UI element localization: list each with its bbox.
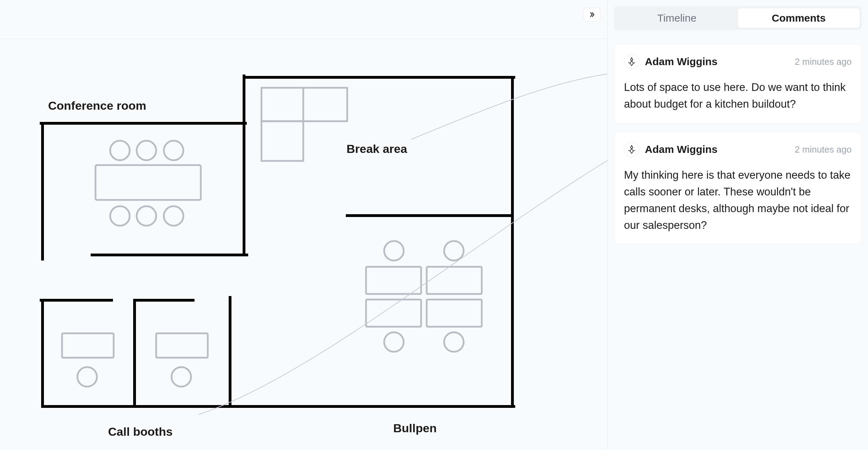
svg-point-35 — [444, 332, 464, 352]
svg-point-34 — [384, 332, 404, 352]
svg-point-20 — [164, 206, 183, 226]
label-conference-room: Conference room — [48, 99, 146, 113]
svg-rect-30 — [366, 267, 421, 294]
comment-card[interactable]: Adam Wiggins 2 minutes ago My thinking h… — [614, 132, 862, 245]
label-bullpen: Bullpen — [393, 421, 437, 435]
comment-time: 2 minutes ago — [795, 56, 852, 67]
comment-card[interactable]: Adam Wiggins 2 minutes ago Lots of space… — [614, 44, 862, 123]
svg-point-16 — [137, 141, 156, 160]
chevrons-right-icon — [588, 11, 595, 18]
svg-point-28 — [384, 241, 404, 261]
comment-author: Adam Wiggins — [645, 143, 717, 155]
svg-rect-24 — [62, 333, 114, 358]
svg-point-25 — [77, 367, 97, 387]
label-call-booths: Call booths — [108, 425, 173, 439]
svg-rect-26 — [156, 333, 208, 358]
svg-point-27 — [172, 367, 191, 387]
tab-comments[interactable]: Comments — [738, 8, 860, 28]
svg-point-19 — [137, 206, 156, 226]
label-break-area: Break area — [347, 142, 407, 156]
comment-author: Adam Wiggins — [645, 56, 717, 68]
svg-rect-21 — [261, 88, 347, 121]
tab-timeline[interactable]: Timeline — [616, 8, 738, 28]
avatar-icon — [627, 57, 637, 67]
svg-rect-32 — [366, 300, 421, 327]
svg-point-17 — [164, 141, 183, 160]
collapse-sidebar-button[interactable] — [584, 8, 600, 22]
comment-body: Lots of space to use here. Do we want to… — [624, 79, 852, 113]
comments-list: Adam Wiggins 2 minutes ago Lots of space… — [614, 44, 862, 245]
svg-point-29 — [444, 241, 464, 261]
svg-point-15 — [110, 141, 130, 160]
avatar-icon — [627, 145, 637, 154]
comment-body: My thinking here is that everyone needs … — [624, 167, 852, 234]
svg-rect-33 — [427, 300, 482, 327]
sidebar: Timeline Comments Adam Wiggins 2 minutes… — [607, 0, 868, 450]
comment-header: Adam Wiggins 2 minutes ago — [624, 142, 852, 157]
sidebar-tabs: Timeline Comments — [614, 6, 862, 30]
comment-header: Adam Wiggins 2 minutes ago — [624, 54, 852, 69]
svg-rect-23 — [261, 121, 303, 161]
avatar — [624, 142, 639, 157]
svg-point-18 — [110, 206, 130, 226]
svg-rect-14 — [96, 165, 201, 200]
canvas-area[interactable]: Conference room Break area Call booths B… — [0, 39, 607, 450]
comment-time: 2 minutes ago — [795, 144, 852, 155]
svg-rect-31 — [427, 267, 482, 294]
avatar — [624, 54, 639, 69]
